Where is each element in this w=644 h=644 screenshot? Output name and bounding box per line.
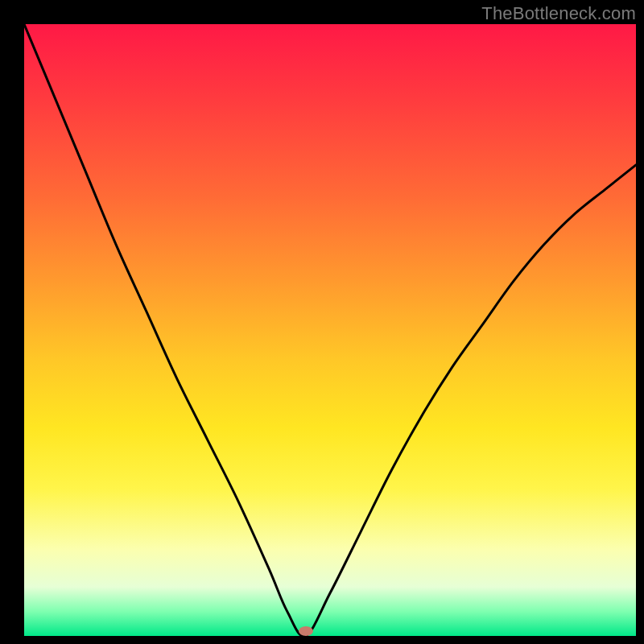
plot-area [24, 24, 636, 636]
optimal-point-marker [299, 626, 313, 636]
chart-frame: TheBottleneck.com [0, 0, 644, 644]
watermark-text: TheBottleneck.com [481, 3, 636, 24]
bottleneck-curve-path [24, 24, 636, 636]
curve-svg [24, 24, 636, 636]
